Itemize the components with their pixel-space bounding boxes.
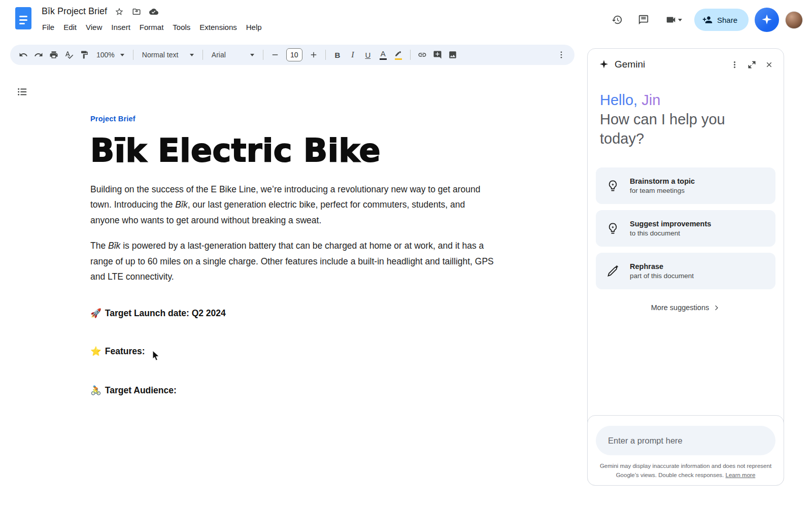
prompt-input[interactable]	[608, 436, 763, 446]
menu-extensions[interactable]: Extensions	[195, 20, 241, 34]
cloud-status-icon[interactable]	[149, 7, 159, 17]
paragraph-1: Building on the success of the E Bike Li…	[90, 182, 496, 228]
move-folder-icon[interactable]	[131, 7, 142, 17]
lightbulb-spark-icon	[606, 179, 620, 193]
comments-icon[interactable]	[633, 10, 654, 30]
zoom-value: 100%	[96, 51, 115, 59]
gemini-disclaimer: Gemini may display inaccurate informatio…	[596, 462, 775, 480]
prompt-input-wrapper[interactable]	[596, 426, 775, 455]
undo-button[interactable]	[16, 48, 30, 62]
share-button[interactable]: Share	[694, 9, 749, 31]
person-add-icon	[702, 15, 713, 25]
menu-format[interactable]: Format	[135, 20, 168, 34]
spellcheck-button[interactable]	[62, 48, 76, 62]
highlighter-icon	[395, 50, 402, 60]
menu-help[interactable]: Help	[242, 20, 266, 34]
toolbar-divider	[410, 50, 411, 60]
paint-format-button[interactable]	[77, 48, 91, 62]
rocket-emoji-icon: 🚀	[90, 308, 101, 318]
star-icon[interactable]	[114, 7, 124, 17]
gemini-star-icon	[599, 59, 609, 70]
toolbar-more-button[interactable]	[554, 48, 568, 62]
italic-button[interactable]: I	[346, 48, 360, 62]
greeting-name: Jin	[641, 92, 660, 108]
toolbar-divider	[263, 50, 263, 60]
gemini-header: Gemini	[588, 49, 784, 72]
toolbar-divider	[202, 50, 203, 60]
font-family-select[interactable]: Arial	[208, 48, 258, 62]
chevron-down-icon	[678, 19, 682, 21]
card-title: Suggest improvements	[630, 220, 711, 228]
paragraph-style-value: Normal text	[142, 51, 179, 59]
zoom-select[interactable]: 100%	[92, 48, 128, 62]
text-color-button[interactable]: A	[376, 48, 390, 62]
learn-more-link[interactable]: Learn more	[726, 472, 756, 478]
panel-close-button[interactable]	[761, 57, 776, 72]
gemini-star-icon	[761, 14, 773, 26]
highlight-color-button[interactable]	[391, 48, 405, 62]
insert-image-button[interactable]	[446, 48, 460, 62]
app-window: Bīk Project Brief File Edit View Insert …	[0, 0, 812, 507]
gemini-greeting: Hello, Jin How can I help you today?	[588, 90, 784, 148]
suggestion-card-improve[interactable]: Suggest improvements to this document	[596, 210, 775, 247]
star-emoji-icon: ⭐	[90, 346, 101, 356]
share-button-label: Share	[717, 16, 737, 24]
rephrase-pen-icon	[606, 264, 620, 278]
topbar-actions: Share	[607, 7, 803, 33]
panel-more-options-button[interactable]	[727, 57, 742, 72]
cyclist-emoji-icon: 🚴	[90, 385, 101, 395]
chevron-down-icon	[250, 54, 254, 56]
card-subtitle: to this document	[630, 229, 711, 237]
text-color-icon: A	[380, 50, 387, 60]
print-button[interactable]	[47, 48, 61, 62]
document-page[interactable]: Project Brief Bīk Electric Bike Building…	[0, 66, 579, 507]
launch-date-heading: 🚀Target Launch date: Q2 2024	[90, 308, 496, 319]
toolbar-divider	[133, 50, 133, 60]
menu-bar: File Edit View Insert Format Tools Exten…	[38, 20, 266, 34]
chevron-down-icon	[120, 54, 124, 56]
greeting-hello: Hello,	[600, 92, 637, 108]
chevron-right-icon	[713, 304, 720, 312]
suggestion-card-brainstorm[interactable]: Brainstorm a topic for team meetings	[596, 167, 775, 204]
gemini-spark-button[interactable]	[755, 8, 779, 32]
bold-button[interactable]: B	[330, 48, 345, 62]
panel-expand-button[interactable]	[744, 57, 759, 72]
redo-button[interactable]	[31, 48, 46, 62]
meet-video-icon[interactable]	[660, 10, 688, 30]
font-size-increase-button[interactable]	[307, 48, 321, 62]
docs-logo-icon[interactable]	[14, 7, 33, 32]
features-heading: ⭐Features:	[90, 346, 496, 357]
card-title: Rephrase	[630, 262, 694, 271]
editing-toolbar: 100% Normal text Arial 10 B I U A	[10, 45, 574, 65]
mouse-cursor	[152, 350, 162, 361]
version-history-icon[interactable]	[607, 10, 627, 30]
menu-edit[interactable]: Edit	[59, 20, 81, 34]
menu-view[interactable]: View	[81, 20, 107, 34]
paragraph-style-select[interactable]: Normal text	[138, 48, 198, 62]
font-size-decrease-button[interactable]	[268, 48, 282, 62]
font-size-input[interactable]: 10	[286, 48, 302, 61]
lightbulb-spark-icon	[606, 222, 620, 235]
add-comment-button[interactable]	[430, 48, 445, 62]
document-heading: Bīk Electric Bike	[90, 134, 496, 168]
suggestion-card-rephrase[interactable]: Rephrase part of this document	[596, 253, 775, 289]
gemini-suggestion-cards: Brainstorm a topic for team meetings Sug…	[588, 167, 784, 289]
font-family-value: Arial	[212, 51, 226, 59]
card-subtitle: part of this document	[630, 272, 694, 280]
more-suggestions-label: More suggestions	[651, 303, 709, 312]
more-suggestions-link[interactable]: More suggestions	[588, 303, 784, 312]
menu-file[interactable]: File	[38, 20, 59, 34]
menu-insert[interactable]: Insert	[107, 20, 135, 34]
document-title-row: Bīk Project Brief	[42, 6, 159, 17]
gemini-prompt-section: Gemini may display inaccurate informatio…	[587, 415, 784, 486]
document-title[interactable]: Bīk Project Brief	[42, 6, 107, 17]
underline-button[interactable]: U	[361, 48, 375, 62]
gemini-panel-title: Gemini	[615, 59, 645, 70]
user-avatar[interactable]	[785, 11, 803, 29]
card-title: Brainstorm a topic	[630, 177, 695, 185]
insert-link-button[interactable]	[415, 48, 429, 62]
gemini-panel: Gemini Hello, Jin How can I help you tod…	[587, 48, 784, 486]
target-audience-heading: 🚴Target Audience:	[90, 385, 496, 396]
menu-tools[interactable]: Tools	[168, 20, 195, 34]
greeting-question: How can I help you today?	[600, 110, 771, 148]
